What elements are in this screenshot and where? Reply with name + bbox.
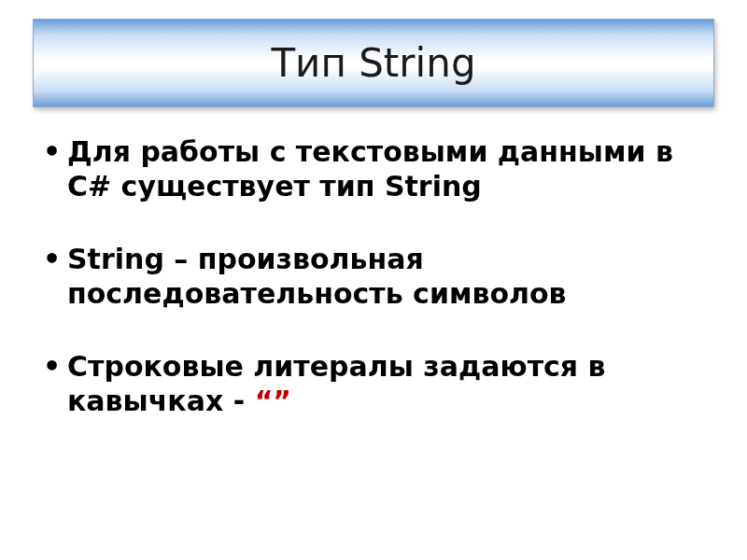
bullet-text: Для работы с текстовыми данными в C# сущ… bbox=[67, 135, 673, 203]
bullet-text: Строковые литералы задаются в кавычках - bbox=[67, 350, 606, 417]
list-item: Строковые литералы задаются в кавычках -… bbox=[39, 350, 710, 418]
bullet-text: String – произвольная последовательность… bbox=[67, 243, 567, 310]
list-item: String – произвольная последовательность… bbox=[39, 243, 710, 311]
slide-title: Тип String bbox=[271, 40, 475, 86]
quote-literal: “” bbox=[255, 385, 291, 417]
title-box: Тип String bbox=[33, 19, 714, 107]
bullet-list: Для работы с текстовыми данными в C# сущ… bbox=[39, 135, 710, 419]
content-area: Для работы с текстовыми данными в C# сущ… bbox=[39, 135, 710, 458]
slide: Тип String Для работы с текстовыми данны… bbox=[0, 0, 747, 560]
list-item: Для работы с текстовыми данными в C# сущ… bbox=[39, 135, 710, 203]
